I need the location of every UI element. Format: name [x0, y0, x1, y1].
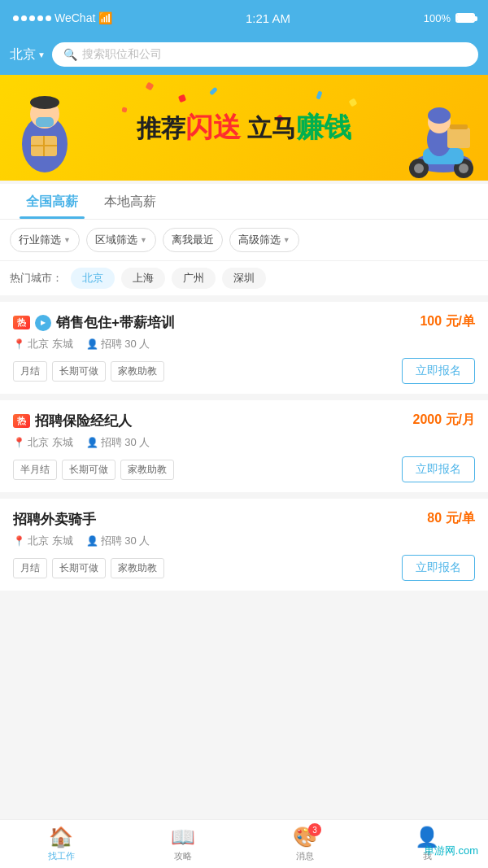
- banner-text-normal: 推荐: [137, 115, 185, 142]
- tabs: 全国高薪 本地高薪: [0, 184, 488, 220]
- job-tags-1: 月结 长期可做 家教助教: [13, 361, 164, 382]
- job-tags-row-2: 半月结 长期可做 家教助教 立即报名: [13, 456, 475, 482]
- tag-1-2: 家教助教: [111, 361, 164, 382]
- svg-point-11: [459, 164, 468, 173]
- signal-dots: [13, 15, 51, 21]
- banner-pre2: 立马: [247, 115, 296, 142]
- location-text: 北京: [10, 46, 36, 63]
- tab-national[interactable]: 全国高薪: [13, 184, 91, 219]
- job-location-3: 📍 北京 东城: [13, 534, 73, 548]
- job-card-3[interactable]: 招聘外卖骑手 80 元/单 📍 北京 东城 👤 招聘 30 人 月结 长期可做 …: [0, 499, 488, 591]
- job-title-1: 销售包住+带薪培训: [56, 313, 175, 332]
- watermark: 单游网.com: [424, 844, 478, 858]
- tag-3-2: 家教助教: [111, 558, 164, 578]
- location-icon-3: 📍: [13, 535, 25, 547]
- job-card-header-3: 招聘外卖骑手 80 元/单: [13, 510, 475, 529]
- filter-advanced-arrow: ▼: [283, 236, 290, 244]
- job-card-header-2: 热 招聘保险经纪人 2000 元/月: [13, 412, 475, 430]
- filter-advanced[interactable]: 高级筛选 ▼: [229, 228, 299, 252]
- home-icon: 🏠: [49, 826, 73, 848]
- job-list: 热 ▶ 销售包住+带薪培训 100 元/单 📍 北京 东城 👤 招聘 30 人 …: [0, 295, 488, 604]
- city-guangzhou[interactable]: 广州: [172, 268, 216, 289]
- nav-find-job-label: 找工作: [48, 850, 75, 862]
- job-title-wrap-1: 热 ▶ 销售包住+带薪培训: [13, 313, 420, 332]
- job-card-1[interactable]: 热 ▶ 销售包住+带薪培训 100 元/单 📍 北京 东城 👤 招聘 30 人 …: [0, 302, 488, 394]
- people-icon-3: 👤: [86, 535, 98, 547]
- svg-rect-2: [36, 117, 54, 127]
- nav-guide[interactable]: 📖 攻略: [122, 820, 244, 868]
- promo-banner[interactable]: 推荐闪送 立马赚钱: [0, 75, 488, 181]
- nav-messages[interactable]: 3 🎨 消息: [244, 820, 366, 868]
- city-shanghai[interactable]: 上海: [121, 268, 165, 289]
- tag-3-1: 长期可做: [52, 558, 106, 578]
- apply-button-3[interactable]: 立即报名: [402, 555, 475, 581]
- banner-text: 推荐闪送 立马赚钱: [137, 109, 351, 146]
- wifi-icon: 📶: [98, 11, 112, 24]
- search-input-wrap[interactable]: 🔍 搜索职位和公司: [52, 42, 478, 67]
- tag-1-1: 长期可做: [52, 361, 106, 382]
- apply-button-1[interactable]: 立即报名: [402, 358, 475, 384]
- time-display: 1:21 AM: [246, 11, 290, 25]
- search-placeholder: 搜索职位和公司: [82, 47, 162, 62]
- banner-highlight1: 闪送: [185, 111, 241, 142]
- bottom-nav: 🏠 找工作 📖 攻略 3 🎨 消息 👤 我: [0, 819, 488, 868]
- tab-local[interactable]: 本地高薪: [91, 184, 169, 219]
- city-shenzhen[interactable]: 深圳: [222, 268, 266, 289]
- job-meta-1: 📍 北京 东城 👤 招聘 30 人: [13, 337, 475, 351]
- job-title-2: 招聘保险经纪人: [35, 412, 132, 430]
- job-headcount-2: 👤 招聘 30 人: [86, 435, 150, 450]
- book-icon: 📖: [171, 826, 195, 848]
- svg-point-15: [428, 107, 451, 124]
- tag-2-0: 半月结: [13, 460, 57, 480]
- nav-guide-label: 攻略: [174, 850, 192, 862]
- svg-point-3: [30, 96, 59, 109]
- status-right: 100%: [424, 12, 475, 24]
- job-card-header-1: 热 ▶ 销售包住+带薪培训 100 元/单: [13, 313, 475, 332]
- people-icon-1: 👤: [86, 338, 98, 350]
- tag-3-0: 月结: [13, 558, 47, 578]
- job-tags-row-1: 月结 长期可做 家教助教 立即报名: [13, 358, 475, 384]
- city-beijing[interactable]: 北京: [71, 268, 115, 289]
- job-title-3: 招聘外卖骑手: [13, 510, 96, 529]
- search-icon: 🔍: [63, 48, 77, 61]
- svg-rect-16: [447, 128, 470, 148]
- filter-industry[interactable]: 行业筛选 ▼: [10, 228, 80, 252]
- location-icon-2: 📍: [13, 437, 25, 448]
- job-location-2: 📍 北京 东城: [13, 435, 73, 450]
- hot-badge-1: 热: [13, 316, 30, 329]
- status-bar: WeChat 📶 1:21 AM 100%: [0, 0, 488, 36]
- carrier-label: WeChat: [54, 11, 95, 24]
- people-icon-2: 👤: [86, 437, 98, 448]
- tag-2-2: 家教助教: [120, 460, 174, 480]
- location-button[interactable]: 北京 ▼: [10, 46, 46, 63]
- tag-2-1: 长期可做: [62, 460, 115, 480]
- hot-cities-label: 热门城市：: [10, 271, 63, 286]
- banner-figure-left: [8, 91, 81, 181]
- city-chips: 北京 上海 广州 深圳: [71, 268, 266, 289]
- filters: 行业筛选 ▼ 区域筛选 ▼ 离我最近 高级筛选 ▼: [0, 220, 488, 260]
- job-salary-3: 80 元/单: [427, 510, 475, 527]
- search-bar: 北京 ▼ 🔍 搜索职位和公司: [0, 36, 488, 75]
- banner-highlight2: 赚钱: [296, 111, 351, 142]
- message-badge: 3: [308, 823, 321, 836]
- video-badge-1: ▶: [35, 315, 51, 331]
- job-salary-2: 2000 元/月: [413, 412, 475, 429]
- location-icon-1: 📍: [13, 338, 25, 350]
- filter-area[interactable]: 区域筛选 ▼: [86, 228, 156, 252]
- apply-button-2[interactable]: 立即报名: [402, 456, 475, 482]
- location-arrow-icon: ▼: [37, 50, 46, 59]
- job-headcount-3: 👤 招聘 30 人: [86, 534, 150, 548]
- job-meta-2: 📍 北京 东城 👤 招聘 30 人: [13, 435, 475, 450]
- job-card-2[interactable]: 热 招聘保险经纪人 2000 元/月 📍 北京 东城 👤 招聘 30 人 半月结…: [0, 400, 488, 492]
- nav-messages-label: 消息: [296, 850, 314, 862]
- battery-icon: [455, 13, 475, 23]
- filter-nearby[interactable]: 离我最近: [163, 228, 223, 252]
- tag-1-0: 月结: [13, 361, 47, 382]
- filter-industry-arrow: ▼: [63, 236, 71, 244]
- job-headcount-1: 👤 招聘 30 人: [86, 337, 150, 351]
- job-title-wrap-3: 招聘外卖骑手: [13, 510, 427, 529]
- job-location-1: 📍 北京 东城: [13, 337, 73, 351]
- status-left: WeChat 📶: [13, 11, 112, 24]
- nav-find-job[interactable]: 🏠 找工作: [0, 820, 122, 868]
- job-tags-2: 半月结 长期可做 家教助教: [13, 460, 174, 480]
